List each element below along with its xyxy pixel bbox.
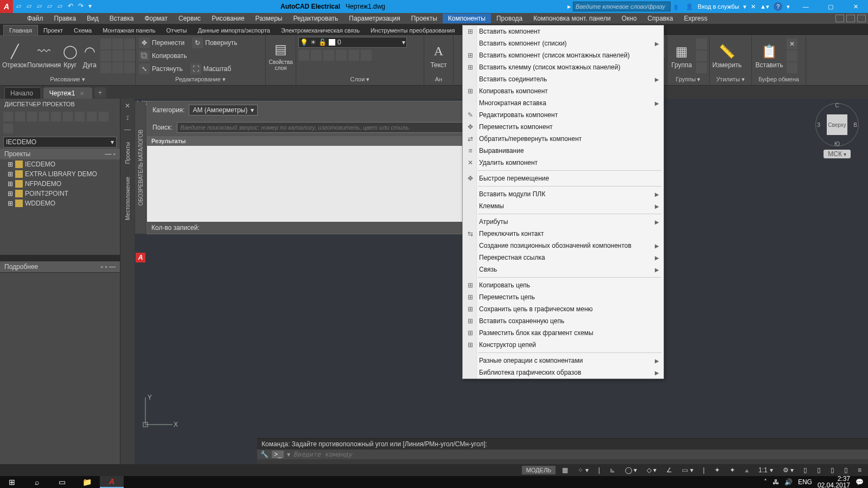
scale-button[interactable]: Масштаб — [203, 65, 231, 73]
mdi-close-icon[interactable] — [857, 15, 866, 22]
menu-размеры[interactable]: Размеры — [250, 14, 288, 23]
text-button[interactable]: AТекст — [426, 43, 451, 69]
qat-undo-icon[interactable]: ↶ — [68, 2, 76, 11]
layer-combo[interactable]: 💡☀🔓 0 ▾ — [298, 37, 407, 48]
category-combo[interactable]: AM (Амперметры)▾ — [189, 105, 258, 115]
sb-b1-icon[interactable]: ▯ — [800, 465, 810, 475]
tree-item[interactable]: ⊞IECDEMO — [0, 159, 120, 169]
menu-item[interactable]: ⇆Переключить контакт — [463, 228, 663, 240]
menu-компоновка монт. панели[interactable]: Компоновка монт. панели — [528, 14, 616, 23]
pm-tb-7[interactable] — [75, 112, 85, 121]
tray-up-icon[interactable]: ˄ — [764, 478, 767, 486]
menu-item[interactable]: ≡Выравнивание — [463, 145, 663, 157]
circle-button[interactable]: ◯Круг — [61, 43, 79, 69]
menu-вставка[interactable]: Вставка — [104, 14, 139, 23]
menu-редактировать[interactable]: Редактировать — [288, 14, 343, 23]
menu-item[interactable]: ⊞Вставить сохраненную цепь — [463, 315, 663, 327]
menu-item[interactable]: ⊞Вставить клемму (список монтажных панел… — [463, 61, 663, 73]
paste-button[interactable]: 📋Вставить — [754, 43, 784, 69]
menu-item[interactable]: Вставить компонент (списки)▶ — [463, 37, 663, 49]
ribbon-tab[interactable]: Проект — [38, 25, 68, 35]
pm-tb-5[interactable] — [51, 112, 61, 121]
tab-drawing[interactable]: Чертеж1✕ — [43, 87, 92, 99]
sb-snap-icon[interactable]: ⁘ ▾ — [575, 465, 591, 475]
qat-redo-icon[interactable]: ↷ — [78, 2, 87, 11]
cb-sm-1[interactable]: ✕ — [787, 38, 797, 49]
ribbon-tab[interactable]: Монтажная панель — [97, 25, 161, 35]
menu-item[interactable]: ✥Переместить компонент — [463, 121, 663, 133]
vs-pin-icon[interactable]: ⟟ — [126, 114, 129, 121]
menu-item[interactable]: ⊞Переместить цепь — [463, 291, 663, 303]
grp-sm-1[interactable] — [696, 38, 707, 49]
menu-item[interactable]: Перекрестная ссылка▶ — [463, 252, 663, 264]
menu-item[interactable]: Клеммы▶ — [463, 200, 663, 212]
autocad-taskbar-button[interactable]: A — [100, 476, 124, 488]
qat-new-icon[interactable]: ▱ — [16, 2, 25, 11]
ribbon-tab[interactable]: Отчеты — [161, 25, 192, 35]
ly-5[interactable] — [348, 50, 359, 61]
sb-gear-icon[interactable]: ⚙ ▾ — [780, 465, 797, 475]
close-button[interactable]: ✕ — [843, 0, 868, 13]
tree-item[interactable]: ⊞EXTRA LIBRARY DEMO — [0, 169, 120, 179]
maximize-button[interactable]: ▢ — [818, 0, 843, 13]
sb-b4-icon[interactable]: ▯ — [841, 465, 851, 475]
vs-min-icon[interactable]: — — [124, 126, 131, 133]
explorer-button[interactable]: 📁 — [75, 476, 99, 488]
autocad-badge[interactable]: A — [136, 253, 145, 262]
sb-b2-icon[interactable]: ▯ — [814, 465, 824, 475]
new-tab-button[interactable]: + — [94, 87, 106, 98]
app-store-icon[interactable]: ▲▾ — [760, 3, 769, 10]
tab-start[interactable]: Начало — [4, 87, 41, 99]
pm-projects-header[interactable]: Проекты— ▫ — [0, 149, 120, 159]
menu-item[interactable]: ⊞Копировать цепь — [463, 279, 663, 291]
ribbon-tab[interactable]: Электромеханическая связь — [276, 25, 365, 35]
sb-a1-icon[interactable]: ✦ — [726, 465, 738, 475]
tree-item[interactable]: ⊞POINT2POINT — [0, 189, 120, 198]
sb-customize-icon[interactable]: ≡ — [854, 465, 865, 475]
viewcube[interactable]: С В Ю З Сверху МСК ▾ — [813, 103, 861, 174]
menu-формат[interactable]: Формат — [139, 14, 173, 23]
qat-save-icon[interactable]: ▱ — [37, 2, 46, 11]
sb-grid-icon[interactable]: ▦ — [559, 465, 571, 475]
sb-lineweight-icon[interactable]: ∠ — [663, 465, 675, 475]
app-icon[interactable]: A — [0, 0, 13, 13]
menu-item[interactable]: Создание позиционных обозначений компоне… — [463, 240, 663, 252]
menu-item[interactable]: Многократная вставка▶ — [463, 97, 663, 109]
draw-sm-2[interactable] — [112, 38, 123, 49]
menu-item[interactable]: Вставить модули ПЛК▶ — [463, 188, 663, 200]
ly-6[interactable] — [361, 50, 372, 61]
start-button[interactable]: ⊞ — [0, 476, 24, 488]
menu-item[interactable]: ⊞Сохранить цепь в графическом меню — [463, 303, 663, 315]
menu-провода[interactable]: Провода — [491, 14, 528, 23]
menu-item[interactable]: ⊞Конструктор цепей — [463, 339, 663, 351]
mdi-min-icon[interactable] — [835, 15, 844, 22]
grp-sm-2[interactable] — [696, 50, 707, 61]
cb-sm-2[interactable] — [787, 50, 797, 61]
ribbon-tab[interactable]: Данные импорта/экспорта — [192, 25, 276, 35]
sb-ortho-icon[interactable]: ⊾ — [607, 465, 618, 475]
model-button[interactable]: МОДЕЛЬ — [522, 466, 556, 474]
menu-item[interactable]: Вставить соединитель▶ — [463, 73, 663, 85]
menu-item[interactable]: ✎Редактировать компонент — [463, 109, 663, 121]
draw-sm-4[interactable] — [100, 50, 111, 61]
group-button[interactable]: ▦Группа — [669, 43, 694, 69]
ly-4[interactable] — [336, 50, 347, 61]
qat-open-icon[interactable]: ▱ — [27, 2, 35, 11]
draw-sm-5[interactable] — [112, 50, 123, 61]
catalog-vtitle[interactable]: ОБОЗРЕВАТЕЛЬ КАТАЛОГОВ — [135, 101, 146, 234]
sb-scale[interactable]: 1:1 ▾ — [755, 465, 776, 475]
signin-label[interactable]: Вход в службы — [698, 3, 739, 10]
pm-details-header[interactable]: Подробнее▫ ▫ — — [0, 261, 120, 272]
panel-draw-title[interactable]: Рисование ▾ — [2, 74, 133, 84]
ucs-icon[interactable]: YX — [140, 392, 178, 432]
pm-tb-1[interactable] — [3, 112, 13, 121]
viewcube-face[interactable]: Сверху — [827, 114, 847, 135]
line-button[interactable]: ╱Отрезок — [2, 43, 27, 69]
menu-express[interactable]: Express — [679, 14, 713, 23]
pm-tb-6[interactable] — [63, 112, 73, 121]
pm-tb-10[interactable] — [3, 124, 13, 133]
draw-sm-6[interactable] — [124, 50, 135, 61]
exchange-icon[interactable]: ✕ — [751, 3, 756, 10]
ly-3[interactable] — [323, 50, 334, 61]
menu-правка[interactable]: Правка — [49, 14, 82, 23]
